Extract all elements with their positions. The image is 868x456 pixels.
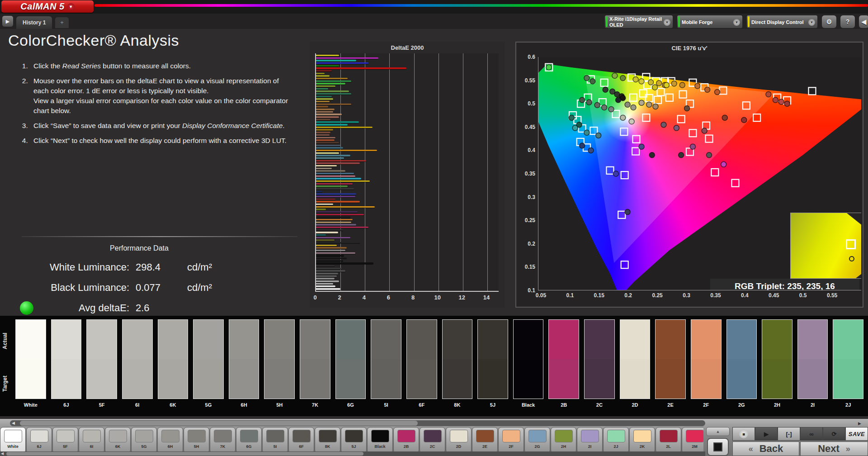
swatch-scrollbar-top[interactable]: ◀ [10, 420, 705, 426]
measured-point-marker[interactable] [722, 115, 727, 120]
deltae-bar[interactable] [316, 245, 337, 246]
patch-swatch-button-2j[interactable]: 2J [603, 427, 629, 453]
target-square-marker[interactable] [606, 167, 613, 174]
deltae-bar[interactable] [316, 106, 328, 107]
measured-point-marker[interactable] [721, 162, 726, 167]
logo-dropdown-icon[interactable]: ▼ [67, 3, 75, 10]
measured-point-marker[interactable] [620, 115, 626, 120]
measured-point-marker[interactable] [572, 125, 578, 131]
deltae-bar[interactable] [316, 273, 338, 274]
target-square-marker[interactable] [731, 180, 739, 187]
target-square-marker[interactable] [620, 128, 627, 135]
measured-point-marker[interactable] [594, 102, 600, 108]
deltae-bar[interactable] [316, 285, 335, 287]
target-square-marker[interactable] [808, 87, 816, 95]
measured-point-marker[interactable] [778, 99, 784, 104]
deltae-bar[interactable] [316, 265, 335, 266]
measured-point-marker[interactable] [706, 152, 712, 158]
patch-swatch-button-black[interactable]: Black [367, 427, 393, 453]
measured-point-marker[interactable] [603, 87, 608, 92]
comparator-column[interactable]: 5H [264, 319, 295, 415]
target-square-marker[interactable] [621, 171, 628, 179]
comparator-column[interactable]: 6J [51, 319, 82, 415]
deltae-bar[interactable] [316, 288, 340, 290]
deltae-bar[interactable] [316, 119, 330, 120]
deltae-bar[interactable] [316, 121, 359, 123]
measured-point-marker[interactable] [648, 80, 654, 85]
patch-swatch-button-6j[interactable]: 6J [26, 427, 52, 453]
deltae-bar[interactable] [316, 196, 355, 197]
scroll-right-icon[interactable]: ▶ [858, 421, 861, 426]
deltae-bar[interactable] [316, 90, 349, 92]
chevron-down-icon[interactable]: ▼ [808, 19, 815, 26]
deltae-bar[interactable] [316, 234, 326, 236]
read-series-button[interactable]: [-] [778, 427, 800, 441]
deltae-bar[interactable] [316, 219, 353, 220]
help-button[interactable]: ? [840, 15, 855, 28]
comparator-column[interactable]: 2F [691, 319, 722, 415]
scroll-left-icon[interactable]: ◀ [12, 421, 15, 426]
deltae-bar[interactable] [316, 134, 330, 136]
deltae-plot-area[interactable] [315, 53, 499, 292]
measured-point-marker[interactable] [584, 75, 590, 81]
measured-point-marker[interactable] [766, 92, 771, 97]
deltae-bar[interactable] [316, 239, 335, 241]
comparator-column[interactable]: 7K [300, 319, 330, 415]
target-square-marker[interactable] [621, 261, 628, 268]
measured-point-marker[interactable] [656, 81, 662, 86]
deltae-bar[interactable] [316, 222, 351, 223]
deltae-bar[interactable] [316, 88, 328, 90]
deltae-bar[interactable] [316, 252, 355, 254]
patch-swatch-button-2g[interactable]: 2G [524, 427, 550, 453]
deltae-bar[interactable] [316, 250, 345, 251]
deltae-bar[interactable] [316, 83, 345, 84]
measured-point-marker[interactable] [705, 87, 710, 92]
patch-swatch-button-white[interactable]: White [0, 427, 26, 453]
comparator-column[interactable]: 2D [620, 319, 651, 415]
comparator-column[interactable]: White [15, 319, 46, 415]
patch-swatch-button-2i[interactable]: 2I [577, 427, 603, 453]
deltae-bar[interactable] [316, 162, 360, 164]
deltae-bar[interactable] [316, 201, 360, 202]
back-button[interactable]: « Back [732, 442, 799, 456]
measured-point-marker[interactable] [741, 117, 747, 123]
deltae-bar[interactable] [316, 262, 373, 264]
deltae-bar[interactable] [316, 142, 339, 143]
measured-point-marker[interactable] [580, 143, 585, 148]
comparator-column[interactable]: Black [513, 319, 544, 415]
deltae-bar[interactable] [316, 116, 339, 118]
swatch-scrollbar-bottom[interactable]: ◀ [0, 451, 705, 456]
patch-swatch-button-2h[interactable]: 2H [551, 427, 576, 453]
comparator-column[interactable]: 6G [335, 319, 366, 415]
collapse-panel-button[interactable]: ◀ [859, 15, 868, 28]
deltae-bar[interactable] [316, 127, 373, 128]
display-control-dropdown[interactable]: Direct Display Control ▼ [746, 15, 818, 28]
deltae-bar[interactable] [316, 211, 358, 213]
deltae-bar[interactable] [316, 247, 347, 248]
deltae-bar[interactable] [316, 173, 354, 174]
deltae-bar[interactable] [316, 96, 332, 97]
workflow-nav-arrow-button[interactable]: ▶ [2, 15, 14, 27]
deltae-bar[interactable] [316, 191, 322, 192]
measured-point-marker[interactable] [629, 119, 634, 124]
measured-point-marker[interactable] [596, 133, 601, 138]
deltae-bar[interactable] [316, 257, 347, 259]
measured-point-marker[interactable] [546, 65, 552, 70]
target-square-marker[interactable] [705, 135, 712, 142]
measured-point-marker[interactable] [580, 97, 585, 103]
deltae-bar[interactable] [316, 86, 335, 87]
measured-point-marker[interactable] [620, 75, 626, 81]
comparator-column[interactable]: 5F [86, 319, 117, 415]
deltae-bar[interactable] [316, 188, 354, 190]
measured-point-marker[interactable] [664, 82, 669, 88]
measured-point-marker[interactable] [584, 130, 590, 135]
deltae-bar[interactable] [316, 216, 350, 218]
patch-swatch-button-2l[interactable]: 2L [656, 427, 681, 453]
pattern-window-button[interactable] [707, 438, 729, 456]
deltae-bar[interactable] [316, 160, 366, 162]
measured-point-marker[interactable] [602, 104, 607, 110]
deltae-bar[interactable] [316, 137, 335, 138]
deltae-bar[interactable] [316, 209, 326, 210]
deltae-bar[interactable] [316, 104, 351, 105]
deltae-bar[interactable] [316, 101, 330, 102]
